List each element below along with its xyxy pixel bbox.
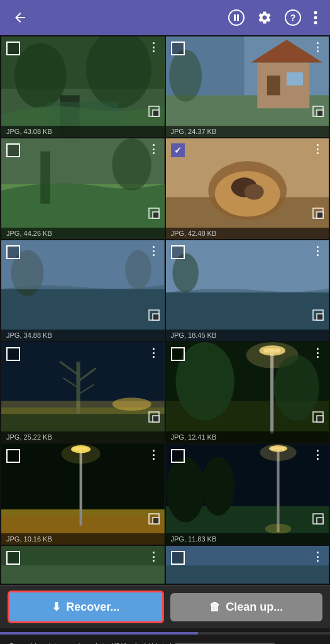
photo-thumb	[1, 240, 165, 341]
help-icon: ?	[285, 9, 301, 26]
list-item: ⋮ JPG, 42.48 KB	[166, 138, 329, 239]
photo-menu-2[interactable]: ⋮	[312, 40, 324, 54]
expand-icon-3[interactable]	[148, 208, 160, 221]
photo-menu-12[interactable]: ⋮	[312, 550, 324, 564]
recover-button[interactable]: ⬇ Recover...	[8, 591, 164, 623]
svg-point-37	[244, 184, 263, 200]
svg-rect-31	[153, 212, 159, 218]
photo-menu-6[interactable]: ⋮	[312, 244, 324, 258]
expand-icon-2[interactable]	[312, 106, 324, 119]
svg-rect-64	[153, 416, 159, 422]
svg-point-50	[172, 253, 199, 292]
photo-menu-9[interactable]: ⋮	[148, 448, 160, 462]
more-button[interactable]	[311, 8, 320, 28]
list-item: ⋮ JPG, 24.37 KB	[166, 36, 329, 137]
svg-rect-25	[317, 110, 323, 116]
svg-point-23	[169, 50, 202, 102]
svg-rect-2	[237, 14, 239, 21]
photo-menu-8[interactable]: ⋮	[312, 346, 324, 360]
photo-thumb	[166, 36, 329, 137]
cleanup-button[interactable]: 🗑 Clean up...	[170, 593, 323, 621]
list-item: ⋮ JPG, 43.08 KB	[1, 36, 165, 137]
photo-checkbox-6[interactable]	[171, 245, 185, 259]
photo-info-7: JPG, 25.22 KB	[1, 431, 165, 443]
photo-checkbox-2[interactable]	[171, 42, 185, 55]
svg-point-88	[166, 457, 205, 523]
svg-point-6	[314, 16, 317, 19]
photo-thumb	[166, 546, 329, 584]
svg-rect-55	[1, 342, 165, 408]
photo-checkbox-12[interactable]	[171, 551, 185, 565]
photo-menu-10[interactable]: ⋮	[312, 448, 324, 462]
photo-checkbox-9[interactable]	[6, 449, 20, 463]
list-item: ⋮	[166, 546, 329, 584]
svg-point-7	[314, 21, 317, 25]
svg-point-82	[61, 444, 100, 464]
photo-thumb	[1, 36, 165, 137]
photo-checkbox-5[interactable]	[6, 245, 20, 259]
photo-checkbox-10[interactable]	[171, 449, 185, 463]
back-icon	[13, 10, 28, 25]
photo-thumb	[166, 240, 329, 341]
expand-icon-6[interactable]	[312, 309, 324, 323]
photo-thumb	[1, 342, 165, 443]
help-button[interactable]: ?	[282, 7, 304, 28]
photo-menu-11[interactable]: ⋮	[148, 550, 160, 564]
cleanup-icon: 🗑	[209, 601, 221, 614]
photo-checkbox-4[interactable]	[171, 143, 185, 157]
svg-point-5	[314, 11, 317, 14]
pause-button[interactable]	[226, 7, 247, 28]
list-item: ⋮ JPG, 34.88 KB	[1, 240, 165, 341]
photo-checkbox-3[interactable]	[6, 143, 20, 157]
photo-info-5: JPG, 34.88 KB	[1, 330, 165, 341]
list-item: ⋮ JPG, 11.83 KB	[166, 444, 329, 545]
recover-icon: ⬇	[52, 600, 61, 614]
photo-checkbox-1[interactable]	[6, 42, 20, 55]
bottom-action-bar: ⬇ Recover... 🗑 Clean up...	[0, 585, 330, 628]
expand-icon-8[interactable]	[312, 411, 324, 425]
photo-menu-1[interactable]: ⋮	[148, 40, 160, 54]
expand-icon-1[interactable]	[148, 106, 160, 119]
pause-icon	[228, 9, 245, 26]
photo-menu-3[interactable]: ⋮	[148, 142, 160, 156]
photo-info-10: JPG, 11.83 KB	[166, 533, 329, 545]
list-item: ⋮	[1, 546, 165, 584]
svg-rect-84	[153, 518, 159, 524]
expand-icon-5[interactable]	[148, 309, 160, 323]
svg-rect-1	[234, 14, 236, 21]
list-item: ⋮ JPG, 10.16 KB	[1, 444, 165, 545]
svg-rect-46	[153, 314, 159, 320]
photo-info-3: JPG, 44.26 KB	[1, 228, 165, 239]
status-bar: Searching /storage/emulated/0/Android/da…	[0, 635, 330, 644]
svg-point-93	[260, 444, 296, 461]
svg-rect-96	[317, 518, 323, 524]
photo-info-8: JPG, 12.41 KB	[166, 431, 329, 443]
svg-point-10	[14, 43, 67, 108]
photo-info-1: JPG, 43.08 KB	[1, 126, 165, 137]
status-path: Searching /storage/emulated/0/Android/da…	[9, 641, 321, 644]
expand-icon-10[interactable]	[312, 513, 324, 527]
back-button[interactable]	[10, 8, 30, 28]
list-item: ⋮ JPG, 44.26 KB	[1, 138, 165, 239]
svg-rect-39	[317, 212, 323, 218]
photo-checkbox-7[interactable]	[6, 347, 20, 361]
svg-point-72	[273, 355, 319, 421]
photo-menu-4[interactable]: ⋮	[312, 142, 324, 156]
svg-rect-100	[166, 565, 329, 584]
expand-icon-4[interactable]	[312, 208, 324, 221]
photo-checkbox-8[interactable]	[171, 347, 185, 361]
recover-label: Recover...	[66, 601, 119, 614]
svg-rect-44	[1, 240, 165, 289]
status-path-text: Searching /storage/emulated/0/Android/da…	[9, 641, 171, 644]
gear-icon	[257, 10, 272, 25]
photo-menu-7[interactable]: ⋮	[148, 346, 160, 360]
expand-icon-7[interactable]	[148, 411, 160, 425]
settings-button[interactable]	[255, 8, 275, 28]
app-header: ?	[0, 0, 330, 35]
photo-menu-5[interactable]: ⋮	[148, 244, 160, 258]
list-item: ⋮ JPG, 25.22 KB	[1, 342, 165, 443]
photo-checkbox-11[interactable]	[6, 551, 20, 565]
svg-point-62	[112, 397, 151, 411]
svg-rect-52	[317, 314, 323, 320]
expand-icon-9[interactable]	[148, 513, 160, 527]
